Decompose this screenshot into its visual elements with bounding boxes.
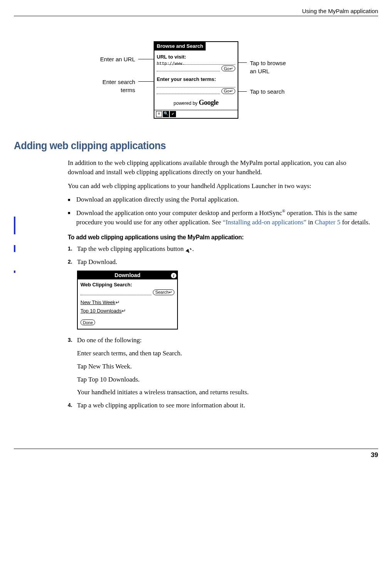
- callout-tap-browse: Tap to browse an URL: [250, 59, 286, 75]
- go-url-button[interactable]: Go↵: [221, 66, 235, 71]
- page-content: Enter an URL Enter search terms Browse a…: [14, 16, 378, 425]
- change-bar: [14, 245, 15, 252]
- download-search-label: Web Clipping Search:: [80, 281, 174, 288]
- palm-title: Browse and Search: [154, 42, 206, 50]
- search-input-line1[interactable]: [157, 83, 235, 87]
- step-3-option-b: Tap New This Week.: [77, 362, 370, 371]
- step-3-result: Your handheld initiates a wireless trans…: [77, 388, 370, 397]
- section-heading: Adding web clipping applications: [14, 138, 349, 153]
- step-3-option-a: Enter search terms, and then tap Search.: [77, 349, 370, 358]
- figure-browse-search: Enter an URL Enter search terms Browse a…: [14, 41, 378, 119]
- bullet-marker-icon: ■: [68, 195, 76, 204]
- callouts-left: Enter an URL Enter search terms: [84, 41, 154, 94]
- callout-enter-search: Enter search terms: [102, 78, 135, 94]
- search-icon[interactable]: 🔍: [163, 111, 169, 117]
- palm-footer-icons: ≡ 🔍 ✔: [154, 110, 238, 118]
- go-search-button[interactable]: Go↵: [221, 88, 235, 94]
- paragraph-1: In addition to the web clipping applicat…: [68, 158, 370, 177]
- link-installing-addons[interactable]: “Installing add-on applications”: [223, 219, 307, 226]
- download-search-input[interactable]: [80, 291, 151, 295]
- check-icon[interactable]: ✔: [170, 111, 176, 117]
- change-bar: [14, 217, 15, 234]
- step-4: 4. Tap a web clipping application to see…: [68, 401, 370, 410]
- top-10-downloads-link[interactable]: Top 10 Downloads: [80, 308, 122, 314]
- bullet-2: ■ Download the application onto your com…: [68, 208, 370, 227]
- search-label: Enter your search terms:: [157, 76, 235, 83]
- url-label: URL to visit:: [157, 54, 235, 61]
- callout-enter-url: Enter an URL: [100, 55, 135, 63]
- new-this-week-link[interactable]: New This Week: [80, 299, 116, 306]
- url-input-line2[interactable]: [157, 67, 220, 71]
- bullet-1: ■ Download an application directly using…: [68, 195, 370, 204]
- body-text: In addition to the web clipping applicat…: [68, 158, 370, 410]
- step-2: 2. Tap Download.: [68, 257, 370, 267]
- page-number: 39: [371, 451, 378, 459]
- done-button[interactable]: Done: [80, 319, 95, 325]
- paragraph-2: You can add web clipping applications to…: [68, 182, 370, 191]
- powered-by: powered by Google: [157, 98, 235, 108]
- step-1: 1. Tap the web clipping applications but…: [68, 244, 370, 254]
- web-clipping-icon: [185, 247, 192, 252]
- callout-tap-search: Tap to search: [250, 87, 285, 96]
- link-chapter-5[interactable]: Chapter 5: [315, 219, 340, 226]
- step-3: 3. Do one of the following:: [68, 336, 370, 345]
- change-bar: [14, 271, 15, 273]
- sub-heading: To add web clipping applications using t…: [68, 233, 346, 242]
- page-footer: 39: [14, 449, 378, 460]
- bullet-marker-icon: ■: [68, 208, 76, 227]
- download-search-button[interactable]: Search↵: [153, 289, 174, 295]
- callouts-right: Tap to browse an URL Tap to search: [238, 41, 308, 96]
- palm-download-screen: Download i Web Clipping Search: Search↵ …: [77, 271, 178, 330]
- info-icon[interactable]: i: [171, 273, 176, 278]
- step-3-option-c: Tap Top 10 Downloads.: [77, 375, 370, 384]
- running-header: Using the MyPalm application: [14, 0, 378, 16]
- header-text: Using the MyPalm application: [302, 8, 378, 14]
- palm-browse-screen: Browse and Search URL to visit: http://w…: [154, 41, 238, 119]
- download-title: Download: [84, 272, 171, 279]
- list-icon[interactable]: ≡: [156, 111, 162, 117]
- search-input-line2[interactable]: [157, 90, 220, 94]
- url-input-line1[interactable]: http://www.: [157, 61, 235, 65]
